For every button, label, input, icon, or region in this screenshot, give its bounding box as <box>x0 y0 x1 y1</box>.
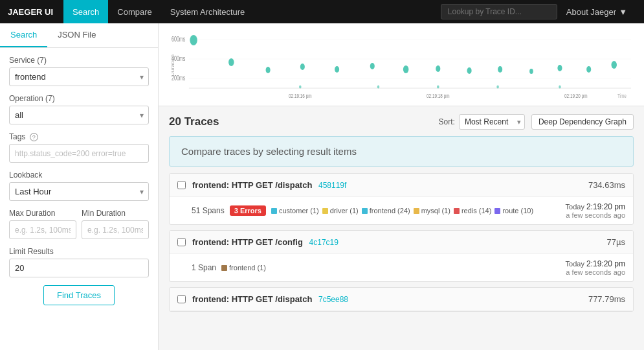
sort-wrapper: Most Recent Longest First Shortest First <box>459 114 525 130</box>
max-duration-label: Max Duration <box>9 209 76 218</box>
tags-group: Tags ? <box>9 132 149 163</box>
traces-header: 20 Traces Sort: Most Recent Longest Firs… <box>169 114 634 130</box>
service-tag: redis (14) <box>454 207 491 215</box>
trace-card-header: frontend: HTTP GET /dispatch 458119f 734… <box>170 174 633 197</box>
trace-spans: 51 Spans <box>192 206 225 215</box>
svg-text:02:19:18 pm: 02:19:18 pm <box>427 93 449 99</box>
svg-point-16 <box>467 67 472 74</box>
service-tag: customer (1) <box>271 207 319 215</box>
svg-point-18 <box>529 69 533 74</box>
find-traces-button[interactable]: Find Traces <box>43 285 115 305</box>
svg-text:600ms: 600ms <box>172 36 186 43</box>
trace-checkbox[interactable] <box>177 181 186 189</box>
min-duration-group: Min Duration <box>82 209 149 239</box>
svg-point-17 <box>498 66 502 73</box>
service-tag: driver (1) <box>322 207 359 215</box>
svg-point-23 <box>377 86 380 89</box>
trace-card-body: 1 Span frontend (1) Today 2:19:20 pm a f… <box>170 254 633 281</box>
service-label: Service (7) <box>9 56 149 65</box>
trace-spans: 1 Span <box>192 263 216 272</box>
scatter-chart: 600ms 400ms 200ms Duration <box>172 30 631 101</box>
trace-card: frontend: HTTP GET /dispatch 458119f 734… <box>169 173 634 225</box>
svg-text:Duration: Duration <box>172 54 175 76</box>
trace-card-body: 51 Spans 3 Errors customer (1) driver (1… <box>170 197 633 224</box>
traces-area: 20 Traces Sort: Most Recent Longest Firs… <box>159 106 644 350</box>
trace-card: frontend: HTTP GET /config 4c17c19 77µs … <box>169 230 634 282</box>
trace-title: frontend: HTTP GET /dispatch 458119f <box>192 180 588 190</box>
tab-json-file[interactable]: JSON File <box>47 23 106 47</box>
lookback-group: Lookback Last Hour Last 2 Hours Last 3 H… <box>9 170 149 201</box>
tags-info-icon: ? <box>30 133 38 141</box>
trace-title: frontend: HTTP GET /config 4c17c19 <box>192 237 607 247</box>
operation-select[interactable]: all <box>9 106 149 124</box>
svg-point-8 <box>190 35 197 45</box>
traces-count: 20 Traces <box>169 115 439 128</box>
about-button[interactable]: About Jaeger ▼ <box>557 7 636 17</box>
service-group: Service (7) frontend <box>9 56 149 86</box>
sort-label: Sort: <box>439 117 455 126</box>
limit-input[interactable] <box>9 259 149 277</box>
nav-compare[interactable]: Compare <box>108 0 161 23</box>
svg-point-9 <box>228 58 234 66</box>
svg-point-10 <box>266 67 271 73</box>
brand-logo: JAEGER UI <box>8 7 53 17</box>
svg-text:Time: Time <box>617 93 627 99</box>
trace-duration: 734.63ms <box>588 180 625 190</box>
svg-text:02:19:20 pm: 02:19:20 pm <box>564 93 587 99</box>
error-badge: 3 Errors <box>230 205 266 216</box>
duration-row: Max Duration Min Duration <box>9 209 149 247</box>
nav-system-architecture[interactable]: System Architecture <box>161 0 254 23</box>
svg-point-25 <box>496 86 499 89</box>
sort-select[interactable]: Most Recent Longest First Shortest First <box>459 114 525 130</box>
trace-duration: 77µs <box>607 237 625 247</box>
svg-point-19 <box>557 65 562 71</box>
service-tag: frontend (1) <box>221 264 266 272</box>
trace-id: 7c5ee88 <box>318 295 348 304</box>
lookback-select[interactable]: Last Hour Last 2 Hours Last 3 Hours Last… <box>9 182 149 201</box>
trace-card-header: frontend: HTTP GET /config 4c17c19 77µs <box>170 231 633 254</box>
operation-group: Operation (7) all <box>9 94 149 124</box>
sidebar-tabs: Search JSON File <box>0 23 158 48</box>
deep-dependency-graph-button[interactable]: Deep Dependency Graph <box>531 114 634 130</box>
top-nav: JAEGER UI Search Compare System Architec… <box>0 0 644 23</box>
sidebar: Search JSON File Service (7) frontend Op… <box>0 23 159 350</box>
operation-label: Operation (7) <box>9 94 149 103</box>
trace-title: frontend: HTTP GET /dispatch 7c5ee88 <box>192 294 588 304</box>
trace-card: frontend: HTTP GET /dispatch 7c5ee88 777… <box>169 287 634 312</box>
nav-search[interactable]: Search <box>63 0 108 23</box>
service-tags: customer (1) driver (1) frontend (24) my… <box>271 207 566 215</box>
tags-label: Tags ? <box>9 132 149 141</box>
svg-point-24 <box>437 86 439 89</box>
svg-point-13 <box>370 63 375 69</box>
svg-point-26 <box>559 86 561 89</box>
svg-point-21 <box>611 61 617 69</box>
svg-point-15 <box>436 65 440 72</box>
min-duration-input[interactable] <box>82 220 149 239</box>
main-content: 600ms 400ms 200ms Duration <box>159 23 644 350</box>
trace-id: 458119f <box>318 181 346 190</box>
svg-point-22 <box>299 86 302 89</box>
svg-point-12 <box>335 66 339 73</box>
trace-lookup-input[interactable] <box>441 4 557 19</box>
svg-point-11 <box>300 64 305 70</box>
trace-duration: 777.79ms <box>588 294 625 304</box>
svg-point-14 <box>403 65 409 73</box>
tags-input[interactable] <box>9 144 149 163</box>
trace-checkbox[interactable] <box>177 295 186 303</box>
service-tag: frontend (24) <box>362 207 410 215</box>
tab-search[interactable]: Search <box>0 23 47 47</box>
service-tag: route (10) <box>494 207 533 215</box>
svg-point-20 <box>586 66 591 73</box>
max-duration-input[interactable] <box>9 220 76 239</box>
limit-group: Limit Results <box>9 247 149 277</box>
service-select[interactable]: frontend <box>9 67 149 86</box>
trace-id: 4c17c19 <box>309 238 339 247</box>
trace-checkbox[interactable] <box>177 238 186 246</box>
limit-label: Limit Results <box>9 247 149 256</box>
lookback-label: Lookback <box>9 170 149 180</box>
svg-text:02:19:16 pm: 02:19:16 pm <box>289 93 311 99</box>
service-tag: mysql (1) <box>414 207 450 215</box>
max-duration-group: Max Duration <box>9 209 76 239</box>
trace-time-info: Today 2:19:20 pm a few seconds ago <box>566 202 625 219</box>
service-tags: frontend (1) <box>221 264 565 272</box>
